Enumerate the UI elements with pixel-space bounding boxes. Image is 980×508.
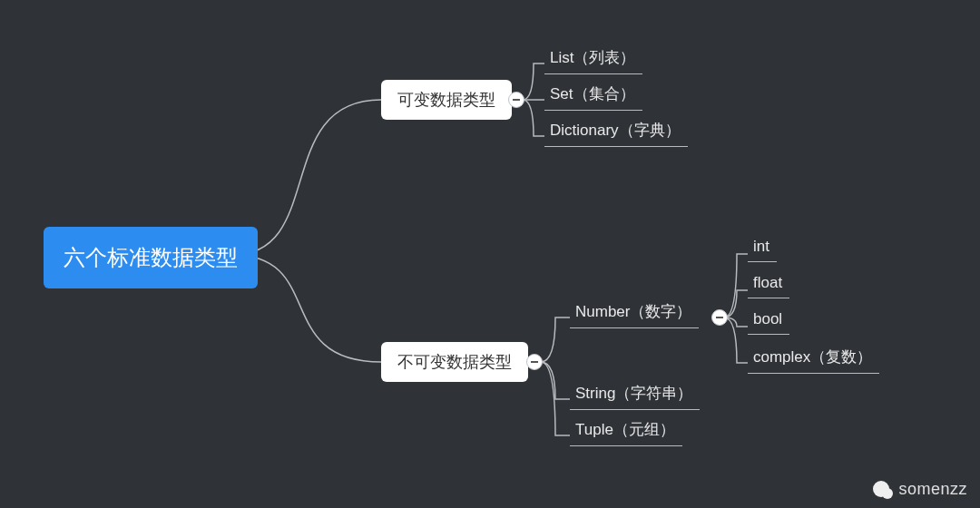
watermark: somenzz (873, 479, 967, 499)
collapse-toggle-number[interactable] (711, 309, 728, 326)
leaf-number-label: Number（数字） (575, 303, 691, 320)
leaf-dictionary-label: Dictionary（字典） (550, 122, 681, 139)
branch-immutable[interactable]: 不可变数据类型 (381, 342, 528, 382)
leaf-string[interactable]: String（字符串） (570, 379, 700, 410)
leaf-float-label: float (753, 274, 782, 291)
leaf-tuple[interactable]: Tuple（元组） (570, 415, 682, 446)
branch-immutable-label: 不可变数据类型 (397, 353, 512, 371)
leaf-list-label: List（列表） (550, 49, 635, 66)
leaf-complex-label: complex（复数） (753, 348, 872, 366)
watermark-text: somenzz (898, 480, 967, 499)
leaf-int[interactable]: int (748, 234, 777, 262)
leaf-string-label: String（字符串） (575, 385, 692, 402)
leaf-dictionary[interactable]: Dictionary（字典） (544, 116, 688, 147)
leaf-tuple-label: Tuple（元组） (575, 421, 675, 438)
collapse-toggle-mutable[interactable] (508, 92, 524, 108)
leaf-number[interactable]: Number（数字） (570, 298, 699, 328)
root-node[interactable]: 六个标准数据类型 (44, 227, 258, 288)
leaf-set[interactable]: Set（集合） (544, 80, 642, 111)
leaf-list[interactable]: List（列表） (544, 44, 642, 74)
leaf-complex[interactable]: complex（复数） (748, 343, 879, 374)
wechat-icon-small (882, 488, 893, 499)
leaf-bool-label: bool (753, 310, 782, 327)
leaf-set-label: Set（集合） (550, 85, 635, 103)
leaf-float[interactable]: float (748, 270, 789, 298)
branch-mutable-label: 可变数据类型 (397, 91, 495, 109)
leaf-bool[interactable]: bool (748, 307, 789, 335)
root-label: 六个标准数据类型 (64, 245, 238, 269)
branch-mutable[interactable]: 可变数据类型 (381, 80, 512, 120)
leaf-int-label: int (753, 238, 769, 255)
collapse-toggle-immutable[interactable] (526, 354, 543, 370)
